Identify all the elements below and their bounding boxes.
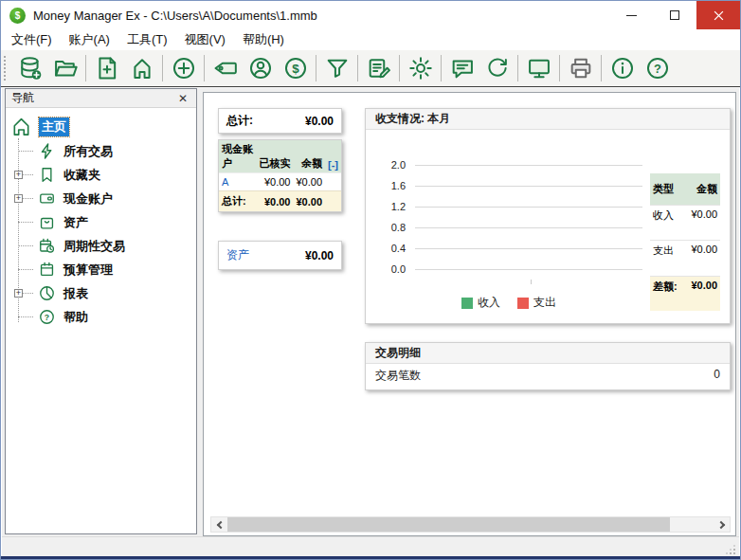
- payees-button[interactable]: [243, 52, 278, 84]
- expense-swatch-icon: [517, 298, 529, 309]
- lightning-icon: [38, 142, 56, 160]
- printer-icon: [568, 55, 594, 81]
- expand-icon[interactable]: +: [14, 171, 23, 179]
- difference-label: 差额:: [650, 276, 684, 311]
- about-button[interactable]: [605, 52, 640, 84]
- database-add-icon: [17, 55, 44, 81]
- home-icon: [10, 116, 32, 137]
- toolbar-separator: [85, 55, 86, 81]
- client-area: 导航 ✕ 主页 所有交易 + 收藏夹 +: [2, 88, 739, 536]
- cash-accounts-card: 现金账户 已核实 余额 [-] A ¥0.00 ¥0.00 总计: ¥0.00: [218, 139, 342, 212]
- sidebar-item-label: 资产: [63, 214, 88, 231]
- app-icon: $: [9, 8, 26, 24]
- transaction-count-label: 交易笔数: [375, 368, 421, 384]
- budget-calendar-icon: [38, 261, 56, 279]
- minimize-button[interactable]: [609, 1, 653, 29]
- grand-total-card: 总计: ¥0.00: [218, 108, 342, 134]
- edit-note-icon: [366, 55, 392, 81]
- assets-link[interactable]: 资产: [226, 247, 249, 263]
- y-tick: 1.6: [375, 180, 406, 191]
- expense-row: 支出 ¥0.00: [650, 241, 720, 277]
- new-transaction-button[interactable]: [166, 52, 201, 84]
- print-button[interactable]: [563, 52, 598, 84]
- sidebar-item-home[interactable]: 主页: [6, 114, 196, 139]
- news-button[interactable]: [444, 52, 479, 84]
- sidebar-item-all-transactions[interactable]: 所有交易: [6, 139, 196, 163]
- gridline: [415, 227, 642, 228]
- expand-icon[interactable]: +: [14, 194, 23, 203]
- navigation-panel: 导航 ✕ 主页 所有交易 + 收藏夹 +: [5, 88, 197, 534]
- recurring-calendar-icon: [38, 237, 56, 255]
- menu-accounts[interactable]: 账户(A): [61, 29, 118, 50]
- open-database-button[interactable]: [47, 52, 82, 84]
- menu-help[interactable]: 帮助(H): [234, 29, 293, 50]
- accounts-total-balance: ¥0.00: [293, 191, 325, 212]
- new-database-button[interactable]: [12, 52, 47, 84]
- menu-file[interactable]: 文件(F): [3, 29, 61, 50]
- toolbar-separator: [204, 55, 205, 81]
- y-tick: 0.8: [375, 222, 406, 233]
- help-button[interactable]: ?: [640, 52, 675, 84]
- resize-grip-icon[interactable]: [725, 544, 736, 555]
- panel-close-icon[interactable]: ✕: [175, 92, 190, 105]
- sidebar-item-label: 主页: [39, 117, 69, 136]
- chart-legend: 收入 支出: [375, 295, 642, 311]
- gridline: [415, 186, 642, 187]
- fullscreen-button[interactable]: [521, 52, 556, 84]
- toolbar-grip[interactable]: [4, 56, 9, 81]
- window-bottom-border: [1, 556, 740, 559]
- col-balance: 余额: [293, 140, 325, 173]
- new-file-button[interactable]: [89, 52, 124, 84]
- close-button[interactable]: [696, 1, 740, 29]
- income-value: ¥0.00: [684, 205, 720, 241]
- sidebar-item-label: 周期性交易: [63, 238, 125, 255]
- legend-income: 收入: [461, 295, 500, 311]
- tags-button[interactable]: [208, 52, 243, 84]
- gridline: [415, 269, 642, 270]
- pie-chart-icon: [38, 284, 56, 302]
- sidebar-item-favorites[interactable]: + 收藏夹: [6, 163, 196, 187]
- settings-button[interactable]: [403, 52, 438, 84]
- home-icon: [129, 55, 155, 81]
- maximize-button[interactable]: [653, 1, 696, 29]
- scroll-right-icon[interactable]: [714, 517, 730, 532]
- toolbar-separator: [517, 55, 518, 81]
- dollar-glyph: $: [292, 62, 299, 76]
- sidebar-item-assets[interactable]: 资产: [6, 210, 196, 234]
- gear-icon: [407, 55, 434, 81]
- sidebar-item-recurring[interactable]: 周期性交易: [6, 234, 196, 258]
- home-button[interactable]: [124, 52, 159, 84]
- scrollbar-thumb[interactable]: [227, 517, 670, 532]
- asset-bag-icon: [38, 213, 56, 231]
- general-report-button[interactable]: [361, 52, 396, 84]
- refresh-button[interactable]: [479, 52, 515, 84]
- sidebar-item-cash-accounts[interactable]: + 现金账户: [6, 187, 196, 210]
- toolbar-separator: [316, 55, 316, 81]
- chat-icon: [449, 55, 476, 81]
- refresh-icon: [484, 55, 511, 81]
- filter-button[interactable]: [319, 52, 354, 84]
- menu-view[interactable]: 视图(V): [176, 29, 234, 50]
- sidebar-item-help[interactable]: ? 帮助: [6, 305, 196, 329]
- scrollbar-track[interactable]: [227, 517, 714, 532]
- assets-value: ¥0.00: [305, 249, 334, 262]
- transaction-detail-title: 交易明细: [366, 343, 730, 364]
- sidebar-item-budget[interactable]: 预算管理: [6, 258, 196, 281]
- menu-tools[interactable]: 工具(T): [118, 29, 176, 50]
- sidebar-item-label: 现金账户: [63, 190, 113, 208]
- home-page: 总计: ¥0.00 现金账户 已核实 余额 [-] A ¥0.00 ¥0.00: [203, 92, 736, 536]
- horizontal-scrollbar[interactable]: [210, 516, 731, 533]
- currency-button[interactable]: $: [278, 52, 313, 84]
- scroll-left-icon[interactable]: [211, 517, 227, 532]
- help-circle-icon: ?: [644, 55, 671, 81]
- expand-icon[interactable]: +: [14, 289, 23, 298]
- account-link[interactable]: A: [219, 173, 256, 191]
- sidebar-item-label: 报表: [63, 285, 88, 302]
- accounts-header-row: 现金账户 已核实 余额 [-]: [219, 140, 341, 173]
- accounts-total-row: 总计: ¥0.00 ¥0.00: [219, 191, 341, 212]
- collapse-link[interactable]: [-]: [325, 140, 341, 173]
- navigation-tree: 主页 所有交易 + 收藏夹 + 现金账户 资产: [6, 108, 196, 329]
- income-expense-card: 收支情况: 本月 2.0 1.6 1.2 0.8 0.4 0.0 收入 支出: [365, 108, 731, 324]
- gridline: [415, 248, 642, 249]
- sidebar-item-reports[interactable]: + 报表: [6, 281, 196, 305]
